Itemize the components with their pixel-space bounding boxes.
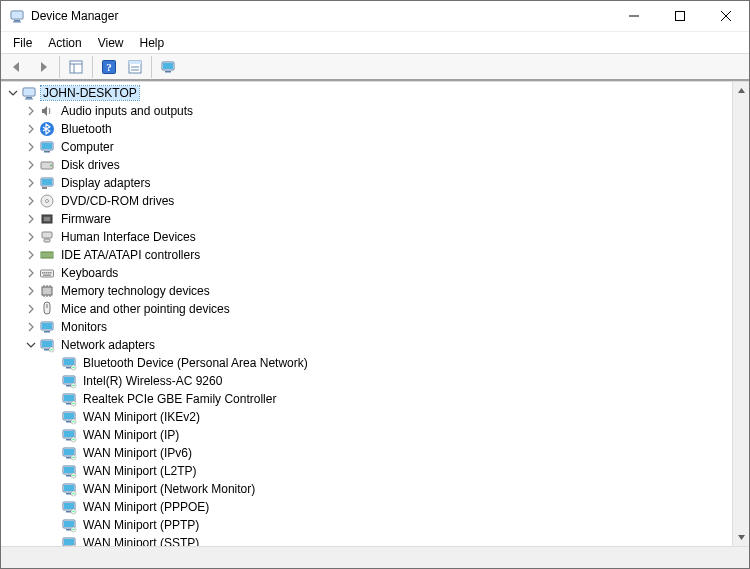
scroll-up-button[interactable] bbox=[733, 82, 749, 99]
svg-rect-38 bbox=[44, 239, 50, 242]
tree-node[interactable]: JOHN-DESKTOP bbox=[1, 84, 732, 102]
window-title: Device Manager bbox=[31, 9, 118, 23]
collapse-icon[interactable] bbox=[23, 337, 39, 353]
menu-view[interactable]: View bbox=[90, 33, 132, 53]
expand-icon[interactable] bbox=[23, 193, 39, 209]
tree-node[interactable]: Network adapters bbox=[1, 336, 732, 354]
maximize-button[interactable] bbox=[657, 1, 703, 31]
device-tree[interactable]: JOHN-DESKTOPAudio inputs and outputsBlue… bbox=[1, 82, 732, 546]
network-icon bbox=[39, 337, 55, 353]
expand-icon[interactable] bbox=[23, 157, 39, 173]
svg-rect-80 bbox=[64, 413, 74, 419]
device-manager-window: Device Manager File Action View Help bbox=[0, 0, 750, 569]
svg-rect-3 bbox=[13, 22, 21, 23]
show-hide-tree-button[interactable] bbox=[64, 55, 88, 79]
tree-node[interactable]: Monitors bbox=[1, 318, 732, 336]
tree-node[interactable]: WAN Miniport (PPTP) bbox=[1, 516, 732, 534]
tree-node[interactable]: Intel(R) Wireless-AC 9260 bbox=[1, 372, 732, 390]
audio-icon bbox=[39, 103, 55, 119]
svg-rect-21 bbox=[24, 89, 34, 95]
network-icon bbox=[61, 445, 77, 461]
menubar: File Action View Help bbox=[1, 31, 749, 53]
expand-icon[interactable] bbox=[23, 103, 39, 119]
tree-node-label: WAN Miniport (PPPOE) bbox=[81, 500, 211, 514]
tree-node-label: Memory technology devices bbox=[59, 284, 212, 298]
tree-node[interactable]: Disk drives bbox=[1, 156, 732, 174]
expand-icon[interactable] bbox=[23, 229, 39, 245]
tree-node-label: Network adapters bbox=[59, 338, 157, 352]
tree-node[interactable]: Keyboards bbox=[1, 264, 732, 282]
menu-action[interactable]: Action bbox=[40, 33, 89, 53]
bluetooth-icon bbox=[39, 121, 55, 137]
firmware-icon bbox=[39, 211, 55, 227]
tree-node[interactable]: Firmware bbox=[1, 210, 732, 228]
expand-icon[interactable] bbox=[23, 301, 39, 317]
tree-node[interactable]: Computer bbox=[1, 138, 732, 156]
network-icon bbox=[61, 481, 77, 497]
network-icon bbox=[61, 373, 77, 389]
tree-node[interactable]: Bluetooth Device (Personal Area Network) bbox=[1, 354, 732, 372]
statusbar bbox=[1, 546, 749, 568]
expand-icon[interactable] bbox=[23, 283, 39, 299]
tree-node[interactable]: Human Interface Devices bbox=[1, 228, 732, 246]
network-icon bbox=[61, 535, 77, 546]
svg-rect-1 bbox=[12, 12, 22, 18]
scan-hardware-button[interactable] bbox=[156, 55, 180, 79]
properties-button[interactable] bbox=[123, 55, 147, 79]
tree-node[interactable]: DVD/CD-ROM drives bbox=[1, 192, 732, 210]
tree-node-label: Monitors bbox=[59, 320, 109, 334]
forward-button[interactable] bbox=[31, 55, 55, 79]
monitor-icon bbox=[39, 319, 55, 335]
expand-icon[interactable] bbox=[23, 265, 39, 281]
svg-rect-26 bbox=[42, 143, 52, 149]
expand-icon[interactable] bbox=[23, 139, 39, 155]
tree-node-label: Bluetooth Device (Personal Area Network) bbox=[81, 356, 310, 370]
collapse-icon[interactable] bbox=[5, 85, 21, 101]
tree-node[interactable]: WAN Miniport (PPPOE) bbox=[1, 498, 732, 516]
tree-node[interactable]: WAN Miniport (IKEv2) bbox=[1, 408, 732, 426]
tree-node[interactable]: Bluetooth bbox=[1, 120, 732, 138]
tree-node[interactable]: Audio inputs and outputs bbox=[1, 102, 732, 120]
toolbar-separator bbox=[151, 56, 152, 78]
menu-file[interactable]: File bbox=[5, 33, 40, 53]
tree-node-label: Mice and other pointing devices bbox=[59, 302, 232, 316]
vertical-scrollbar[interactable] bbox=[732, 82, 749, 546]
menu-help[interactable]: Help bbox=[132, 33, 173, 53]
back-button[interactable] bbox=[5, 55, 29, 79]
tree-node[interactable]: Realtek PCIe GBE Family Controller bbox=[1, 390, 732, 408]
network-icon bbox=[61, 517, 77, 533]
tree-node[interactable]: WAN Miniport (IP) bbox=[1, 426, 732, 444]
svg-rect-49 bbox=[48, 272, 50, 274]
svg-rect-92 bbox=[64, 467, 74, 473]
close-button[interactable] bbox=[703, 1, 749, 31]
ide-icon bbox=[39, 247, 55, 263]
tree-node[interactable]: WAN Miniport (L2TP) bbox=[1, 462, 732, 480]
network-icon bbox=[61, 391, 77, 407]
tree-node-label: Intel(R) Wireless-AC 9260 bbox=[81, 374, 224, 388]
tree-node[interactable]: WAN Miniport (IPv6) bbox=[1, 444, 732, 462]
tree-node[interactable]: WAN Miniport (SSTP) bbox=[1, 534, 732, 546]
svg-rect-51 bbox=[43, 275, 51, 276]
tree-node[interactable]: Memory technology devices bbox=[1, 282, 732, 300]
scroll-down-button[interactable] bbox=[733, 529, 749, 546]
tree-node[interactable]: WAN Miniport (Network Monitor) bbox=[1, 480, 732, 498]
titlebar: Device Manager bbox=[1, 1, 749, 31]
minimize-button[interactable] bbox=[611, 1, 657, 31]
expand-icon[interactable] bbox=[23, 319, 39, 335]
tree-node-label: Display adapters bbox=[59, 176, 152, 190]
help-button[interactable]: ? bbox=[97, 55, 121, 79]
expand-icon[interactable] bbox=[23, 121, 39, 137]
keyboard-icon bbox=[39, 265, 55, 281]
tree-node-label: WAN Miniport (PPTP) bbox=[81, 518, 201, 532]
tree-node-label: Realtek PCIe GBE Family Controller bbox=[81, 392, 278, 406]
expand-icon[interactable] bbox=[23, 211, 39, 227]
network-icon bbox=[61, 463, 77, 479]
tree-node[interactable]: Display adapters bbox=[1, 174, 732, 192]
tree-node[interactable]: IDE ATA/ATAPI controllers bbox=[1, 246, 732, 264]
tree-node[interactable]: Mice and other pointing devices bbox=[1, 300, 732, 318]
expand-icon[interactable] bbox=[23, 175, 39, 191]
tree-node-label: Firmware bbox=[59, 212, 113, 226]
memory-icon bbox=[39, 283, 55, 299]
expand-icon[interactable] bbox=[23, 247, 39, 263]
tree-node-label: Computer bbox=[59, 140, 116, 154]
